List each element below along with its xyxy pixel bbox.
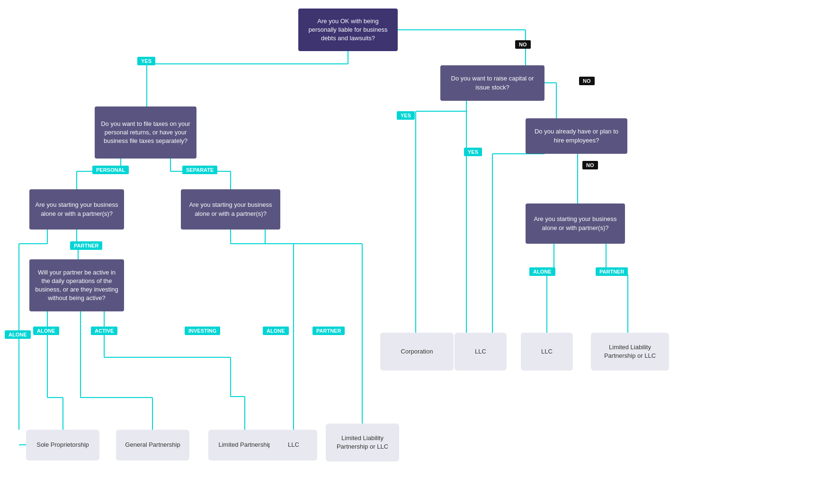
- result-general-partnership: General Partnership: [116, 430, 189, 460]
- taxes-question: Do you want to file taxes on your person…: [95, 106, 196, 159]
- employees-question: Do you already have or plan to hire empl…: [526, 118, 627, 154]
- alone-personal-question: Are you starting your business alone or …: [29, 189, 124, 230]
- no-employees-label: NO: [582, 161, 598, 169]
- alone-sep-label: ALONE: [263, 327, 289, 335]
- alone-right-label: ALONE: [529, 267, 555, 276]
- flowchart: Are you OK with being personally liable …: [0, 0, 821, 504]
- result-corporation: Corporation: [380, 333, 454, 371]
- personal-label: PERSONAL: [92, 166, 129, 174]
- partner-active-question: Will your partner be active in the daily…: [29, 259, 124, 311]
- partner-sep-label: PARTNER: [312, 327, 345, 335]
- no-capital-label: NO: [579, 77, 595, 85]
- alone-no-employee-question: Are you starting your business alone or …: [526, 203, 625, 244]
- result-llc2: LLC: [455, 333, 507, 371]
- alone-active-label: ALONE: [33, 327, 59, 335]
- alone-separate-question: Are you starting your business alone or …: [181, 189, 280, 230]
- partner-left-label: PARTNER: [70, 241, 102, 250]
- partner-right-label: PARTNER: [596, 267, 628, 276]
- raise-capital-question: Do you want to raise capital or issue st…: [440, 65, 544, 101]
- result-llc1: LLC: [270, 430, 317, 460]
- result-llc3: LLC: [521, 333, 573, 371]
- yes-capital-label: YES: [397, 111, 415, 120]
- investing-label: INVESTING: [185, 327, 220, 335]
- alone-left-label: ALONE: [5, 330, 31, 339]
- yes-employee-label: YES: [464, 148, 482, 156]
- result-llp1: Limited Liability Partnership or LLC: [326, 424, 399, 461]
- result-sole-proprietorship: Sole Proprietorship: [26, 430, 99, 460]
- result-llp2: Limited Liability Partnership or LLC: [591, 333, 669, 371]
- no-right-label: NO: [515, 40, 531, 49]
- separate-label: SEPARATE: [182, 166, 217, 174]
- active-label: ACTIVE: [91, 327, 117, 335]
- root-question: Are you OK with being personally liable …: [298, 9, 398, 51]
- yes-left-label: YES: [137, 57, 155, 65]
